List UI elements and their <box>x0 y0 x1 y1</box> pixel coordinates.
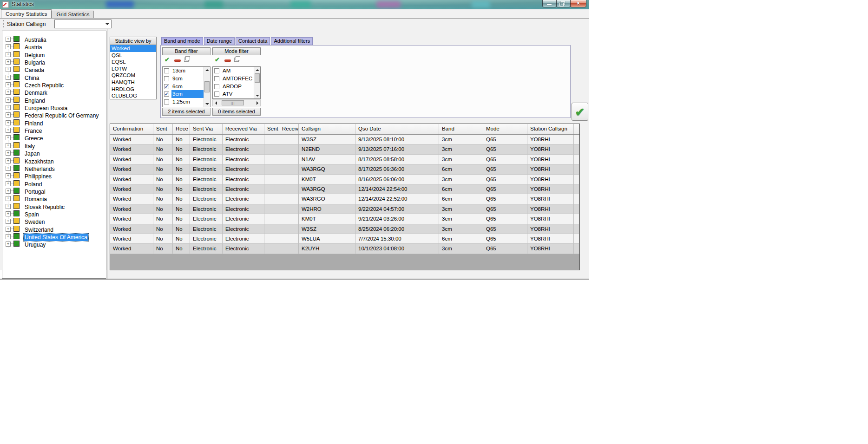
deselect-all-modes-icon[interactable] <box>224 59 231 62</box>
column-header-qso-date[interactable]: Qso Date <box>355 124 439 134</box>
tree-item-bulgaria[interactable]: +Bulgaria <box>2 58 106 65</box>
column-header-spacer[interactable] <box>574 124 579 134</box>
filter-tab-contact-data[interactable]: Contact data <box>236 37 270 45</box>
view-by-item-qsl[interactable]: QSL <box>110 52 156 59</box>
tree-item-romania[interactable]: +Romania <box>2 195 106 202</box>
qso-row[interactable]: WorkedNoNoElectronicElectronicWA3RGQ8/17… <box>110 164 579 174</box>
checkbox-icon[interactable] <box>214 68 219 73</box>
expand-plus-icon[interactable]: + <box>6 196 11 201</box>
checkbox-checked-icon[interactable]: ✓ <box>164 84 169 89</box>
select-all-bands-icon[interactable]: ✔ <box>164 57 170 63</box>
expand-plus-icon[interactable]: + <box>6 173 11 178</box>
tree-item-slovak-republic[interactable]: +Slovak Republic <box>2 202 106 210</box>
filter-item-atv[interactable]: ATV <box>213 90 260 98</box>
apply-filters-button[interactable]: ✔ <box>572 103 588 121</box>
expand-plus-icon[interactable]: + <box>6 75 11 80</box>
chevron-down-icon[interactable] <box>104 20 111 28</box>
tree-item-china[interactable]: +China <box>2 73 106 81</box>
expand-plus-icon[interactable]: + <box>6 242 11 247</box>
qso-row[interactable]: WorkedNoNoElectronicElectronicK2UYH10/1/… <box>110 244 579 254</box>
tree-item-philippines[interactable]: +Philippines <box>2 172 106 179</box>
column-header-sent[interactable]: Sent <box>153 124 173 134</box>
scroll-down-icon[interactable] <box>204 101 210 107</box>
column-header-rece[interactable]: Rece <box>173 124 190 134</box>
scroll-down-icon[interactable] <box>254 92 260 98</box>
view-by-item-lotw[interactable]: LOTW <box>110 65 156 72</box>
expand-plus-icon[interactable]: + <box>6 204 11 209</box>
expand-plus-icon[interactable]: + <box>6 37 11 42</box>
titlebar[interactable]: Statistics × <box>0 0 589 9</box>
checkbox-checked-icon[interactable]: ✓ <box>164 91 169 97</box>
checkbox-icon[interactable] <box>214 76 219 81</box>
expand-plus-icon[interactable]: + <box>6 90 11 95</box>
view-by-item-hamqth[interactable]: HAMQTH <box>110 79 156 86</box>
scroll-left-icon[interactable] <box>213 100 219 106</box>
scroll-up-icon[interactable] <box>204 67 210 73</box>
expand-plus-icon[interactable]: + <box>6 150 11 156</box>
expand-plus-icon[interactable]: + <box>6 98 11 103</box>
expand-plus-icon[interactable]: + <box>6 82 11 87</box>
checkbox-icon[interactable] <box>164 76 169 81</box>
tree-item-finland[interactable]: +Finland <box>2 119 106 126</box>
invert-mode-selection-icon[interactable] <box>234 58 239 62</box>
tree-item-united-states-of-america[interactable]: +United States Of America <box>2 233 106 240</box>
expand-plus-icon[interactable]: + <box>6 135 11 140</box>
expand-plus-icon[interactable]: + <box>6 112 11 118</box>
tree-item-netherlands[interactable]: +Netherlands <box>2 164 106 172</box>
tree-item-european-russia[interactable]: +European Russia <box>2 104 106 111</box>
expand-plus-icon[interactable]: + <box>6 143 11 148</box>
tab-grid-statistics[interactable]: Grid Statistics <box>52 11 94 18</box>
column-header-station-callsign[interactable]: Station Callsign <box>527 124 574 134</box>
band-list-scrollbar[interactable] <box>204 67 210 107</box>
mode-list-hscrollbar[interactable]: ||| <box>212 99 261 106</box>
statistic-view-by-header[interactable]: Statistic view by <box>110 37 156 45</box>
qso-row[interactable]: WorkedNoNoElectronicElectronicW3SZ8/25/2… <box>110 224 579 234</box>
tree-item-poland[interactable]: +Poland <box>2 180 106 187</box>
tree-item-england[interactable]: +England <box>2 96 106 104</box>
close-button[interactable]: × <box>570 0 586 7</box>
view-by-item-qrzcom[interactable]: QRZCOM <box>110 72 156 79</box>
scrollbar-thumb[interactable]: ||| <box>222 100 244 105</box>
filter-item-am[interactable]: AM <box>213 67 260 75</box>
filter-tab-band-and-mode[interactable]: Band and mode <box>161 37 203 45</box>
checkbox-icon[interactable] <box>164 99 169 104</box>
filter-tab-additional-filters[interactable]: Additional filters <box>271 37 313 45</box>
select-all-modes-icon[interactable]: ✔ <box>215 57 220 63</box>
qso-row[interactable]: WorkedNoNoElectronicElectronicW3SZ9/13/2… <box>110 135 579 144</box>
qso-row[interactable]: WorkedNoNoElectronicElectronicW5LUA7/7/2… <box>110 234 579 244</box>
view-by-item-worked[interactable]: Worked <box>110 45 156 52</box>
expand-plus-icon[interactable]: + <box>6 105 11 110</box>
view-by-item-clublog[interactable]: CLUBLOG <box>110 92 156 99</box>
column-header-callsign[interactable]: Callsign <box>299 124 355 134</box>
expand-plus-icon[interactable]: + <box>6 211 11 216</box>
qso-row[interactable]: WorkedNoNoElectronicElectronicKM0T9/21/2… <box>110 214 579 224</box>
mode-filter-header[interactable]: Mode filter <box>212 47 261 55</box>
checkbox-icon[interactable] <box>214 84 219 89</box>
station-callsign-combobox[interactable] <box>54 20 112 28</box>
column-header-received-via[interactable]: Received Via <box>223 124 264 134</box>
tree-item-czech-republic[interactable]: +Czech Republic <box>2 81 106 88</box>
qso-row[interactable]: WorkedNoNoElectronicElectronicKM0T8/16/2… <box>110 175 579 184</box>
qso-row[interactable]: WorkedNoNoElectronicElectronicN1AV8/17/2… <box>110 155 579 164</box>
tree-item-portugal[interactable]: +Portugal <box>2 187 106 195</box>
filter-item-9cm[interactable]: 9cm <box>163 75 210 83</box>
tree-item-japan[interactable]: +Japan <box>2 149 106 157</box>
tree-item-austria[interactable]: +Austria <box>2 43 106 50</box>
column-header-confirmation[interactable]: Confirmation <box>110 124 153 134</box>
restore-button[interactable] <box>556 0 571 7</box>
scroll-up-icon[interactable] <box>254 67 260 73</box>
tab-country-statistics[interactable]: Country Statistics <box>1 9 52 18</box>
column-header-sent[interactable]: Sent <box>264 124 279 134</box>
mode-list-scrollbar[interactable] <box>254 67 260 98</box>
column-header-sent-via[interactable]: Sent Via <box>190 124 223 134</box>
expand-plus-icon[interactable]: + <box>6 128 11 133</box>
expand-plus-icon[interactable]: + <box>6 166 11 171</box>
band-filter-header[interactable]: Band filter <box>162 47 210 55</box>
deselect-all-bands-icon[interactable] <box>174 59 181 62</box>
qso-row[interactable]: WorkedNoNoElectronicElectronicN2END9/13/… <box>110 144 579 154</box>
expand-plus-icon[interactable]: + <box>6 181 11 186</box>
column-header-receiv[interactable]: Receiv <box>279 124 299 134</box>
expand-plus-icon[interactable]: + <box>6 44 11 49</box>
tree-item-italy[interactable]: +Italy <box>2 142 106 149</box>
tree-item-kazakhstan[interactable]: +Kazakhstan <box>2 157 106 164</box>
